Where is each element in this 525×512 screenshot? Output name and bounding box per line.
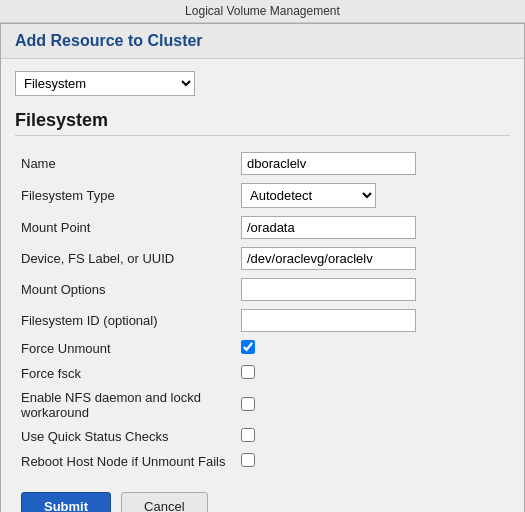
- name-row: Name: [15, 148, 510, 179]
- force-fsck-row: Force fsck: [15, 361, 510, 386]
- fs-id-input[interactable]: [241, 309, 416, 332]
- device-input[interactable]: [241, 247, 416, 270]
- mount-point-input[interactable]: [241, 216, 416, 239]
- dialog-title: Add Resource to Cluster: [1, 24, 524, 59]
- fs-type-row: Filesystem Type Autodetectext2ext3ext4xf…: [15, 179, 510, 212]
- form-table: Name Filesystem Type Autodetectext2ext3e…: [15, 148, 510, 474]
- fs-type-label: Filesystem Type: [15, 179, 235, 212]
- button-row: Submit Cancel: [15, 492, 510, 512]
- resource-type-select[interactable]: FilesystemIP AddressScriptSamba: [15, 71, 195, 96]
- enable-nfs-label: Enable NFS daemon and lockd workaround: [15, 386, 235, 424]
- device-label: Device, FS Label, or UUID: [15, 243, 235, 274]
- mount-point-label: Mount Point: [15, 212, 235, 243]
- top-bar: Logical Volume Management: [0, 0, 525, 23]
- quick-status-row: Use Quick Status Checks: [15, 424, 510, 449]
- mount-point-row: Mount Point: [15, 212, 510, 243]
- fs-id-row: Filesystem ID (optional): [15, 305, 510, 336]
- force-unmount-checkbox[interactable]: [241, 340, 255, 354]
- fs-type-select[interactable]: Autodetectext2ext3ext4xfsbtrfsnfs: [241, 183, 376, 208]
- dialog: Add Resource to Cluster FilesystemIP Add…: [0, 23, 525, 512]
- reboot-checkbox[interactable]: [241, 453, 255, 467]
- quick-status-label: Use Quick Status Checks: [15, 424, 235, 449]
- resource-type-row: FilesystemIP AddressScriptSamba: [15, 71, 510, 96]
- fs-id-label: Filesystem ID (optional): [15, 305, 235, 336]
- mount-options-input[interactable]: [241, 278, 416, 301]
- mount-options-row: Mount Options: [15, 274, 510, 305]
- cancel-button[interactable]: Cancel: [121, 492, 207, 512]
- enable-nfs-row: Enable NFS daemon and lockd workaround: [15, 386, 510, 424]
- reboot-row: Reboot Host Node if Unmount Fails: [15, 449, 510, 474]
- force-fsck-label: Force fsck: [15, 361, 235, 386]
- enable-nfs-checkbox[interactable]: [241, 397, 255, 411]
- submit-button[interactable]: Submit: [21, 492, 111, 512]
- reboot-label: Reboot Host Node if Unmount Fails: [15, 449, 235, 474]
- section-title: Filesystem: [15, 110, 510, 136]
- name-input[interactable]: [241, 152, 416, 175]
- device-row: Device, FS Label, or UUID: [15, 243, 510, 274]
- force-unmount-row: Force Unmount: [15, 336, 510, 361]
- name-label: Name: [15, 148, 235, 179]
- quick-status-checkbox[interactable]: [241, 428, 255, 442]
- top-bar-label: Logical Volume Management: [185, 4, 340, 18]
- force-fsck-checkbox[interactable]: [241, 365, 255, 379]
- mount-options-label: Mount Options: [15, 274, 235, 305]
- force-unmount-label: Force Unmount: [15, 336, 235, 361]
